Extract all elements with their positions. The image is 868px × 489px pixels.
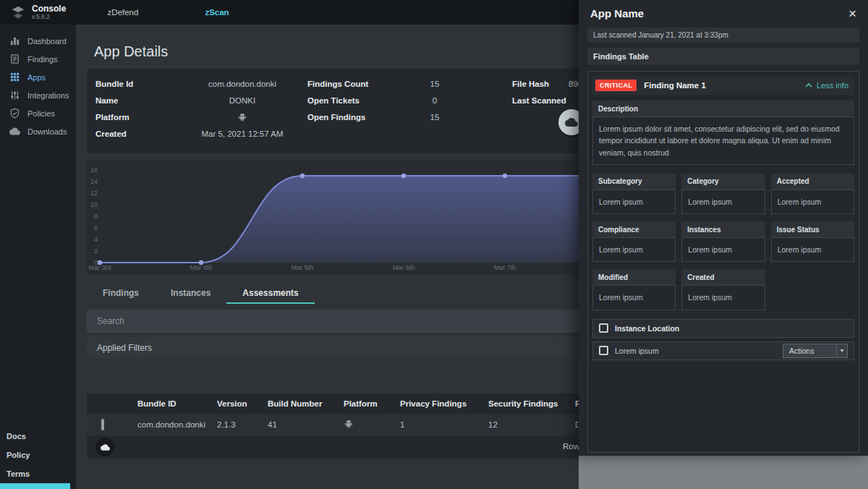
info-row-bundle-id: Bundle Id com.dondon.donki <box>95 75 311 92</box>
description-label: Description <box>592 101 854 116</box>
field-issue-status: Issue Status Lorem ipsum <box>771 221 854 262</box>
header-version: Version <box>217 399 268 408</box>
finding-name: Finding Name 1 <box>644 81 706 90</box>
sidebar-item-dashboard[interactable]: Dashboard <box>0 32 76 50</box>
header-platform: Platform <box>344 399 400 408</box>
tab-instances[interactable]: Instances <box>155 284 226 304</box>
header-bundle-id: Bundle ID <box>137 399 217 408</box>
tab-assessments[interactable]: Assessments <box>226 284 314 304</box>
android-icon <box>237 112 247 122</box>
sidebar-item-label: Apps <box>27 73 46 82</box>
field-category: Category Lorem ipsum <box>681 174 765 214</box>
footer-link-policy[interactable]: Policy <box>7 451 30 459</box>
footer-link-terms[interactable]: Terms <box>7 469 30 478</box>
export-table-button[interactable] <box>95 438 114 456</box>
instance-location-label: Instance Location <box>615 324 679 333</box>
sidebar-item-downloads[interactable]: Downloads <box>0 122 76 140</box>
drawer-header: App Name × <box>579 0 868 26</box>
field-subcategory: Subcategory Lorem ipsum <box>592 174 676 214</box>
app-detail-drawer: App Name × Last scanned January 21, 2021… <box>579 0 868 456</box>
page-background-gap <box>579 456 868 489</box>
field-accepted: Accepted Lorem ipsum <box>771 174 854 214</box>
findings-table-label: Findings Table <box>587 48 859 65</box>
caret-down-icon: ▾ <box>836 344 847 357</box>
brand: Console v.5.6.2 <box>0 4 76 20</box>
brand-version: v.5.6.2 <box>32 13 66 20</box>
info-row-created: Created Mar 5, 2021 12:57 AM <box>95 125 311 142</box>
page-title: App Details <box>94 43 168 60</box>
android-icon <box>344 419 354 429</box>
sidebar-item-policies[interactable]: Policies <box>0 104 76 122</box>
integrations-tune-icon <box>9 90 20 101</box>
cell-build-number: 41 <box>268 420 344 429</box>
finding-fields-grid: Subcategory Lorem ipsum Category Lorem i… <box>592 174 854 310</box>
sidebar-item-label: Integrations <box>27 91 69 100</box>
content-tabs: Findings Instances Assessments <box>87 284 315 304</box>
export-cloud-icon <box>101 443 110 452</box>
header-privacy-findings: Privacy Findings <box>400 399 488 408</box>
less-info-toggle[interactable]: Less info <box>805 81 851 90</box>
instance-row-label: Lorem ipsum <box>615 346 659 355</box>
instance-checkbox[interactable] <box>599 346 608 355</box>
instance-location-checkbox[interactable] <box>599 323 608 333</box>
row-checkbox[interactable] <box>101 419 104 430</box>
field-modified: Modified Lorem ipsum <box>592 269 676 310</box>
field-created: Created Lorem ipsum <box>681 269 765 310</box>
actions-dropdown[interactable]: Actions ▾ <box>783 344 848 358</box>
cloud-icon <box>9 126 20 137</box>
sidebar-item-label: Findings <box>27 55 58 64</box>
tab-zdefend[interactable]: zDefend <box>76 8 170 17</box>
info-row-findings-count: Findings Count 15 <box>307 75 481 92</box>
bar-chart-icon <box>9 35 20 46</box>
last-scanned-bar: Last scanned January 21, 2021 at 3:33pm <box>587 27 859 42</box>
description-text: Lorem ipsum dolor sit amet, consectetur … <box>592 116 854 165</box>
header-build-number: Build Number <box>268 399 344 408</box>
tab-findings[interactable]: Findings <box>87 284 155 304</box>
info-row-platform: Platform <box>95 109 311 125</box>
console-page: Console v.5.6.2 zDefend zScan Dashboard … <box>0 0 868 489</box>
cell-platform <box>344 419 400 430</box>
info-row-name: Name DONKI <box>95 92 311 109</box>
sidebar-item-integrations[interactable]: Integrations <box>0 86 76 104</box>
sidebar-item-label: Downloads <box>27 127 67 136</box>
close-icon[interactable]: × <box>848 7 856 20</box>
header-security-findings: Security Findings <box>488 399 575 408</box>
logo-icon <box>10 4 26 20</box>
sidebar: Dashboard Findings Apps Integrations <box>0 25 76 489</box>
cell-privacy-findings: 1 <box>400 420 488 429</box>
sidebar-item-label: Dashboard <box>27 37 67 46</box>
chevron-up-icon <box>805 83 812 88</box>
brand-name: Console <box>32 4 66 13</box>
drawer-title: App Name <box>590 7 644 20</box>
findings-container: CRITICAL Finding Name 1 Less info Descri… <box>587 71 859 453</box>
field-instances: Instances Lorem ipsum <box>681 221 765 262</box>
instance-row: Lorem ipsum Actions ▾ <box>592 341 854 360</box>
tab-zscan[interactable]: zScan <box>170 8 264 17</box>
cell-bundle-id: com.dondon.donki <box>137 420 217 429</box>
download-cloud-icon <box>565 116 578 129</box>
description-section: Description Lorem ipsum dolor sit amet, … <box>592 101 854 165</box>
apps-grid-icon <box>9 72 20 82</box>
finding-row[interactable]: CRITICAL Finding Name 1 Less info <box>592 76 854 95</box>
severity-badge: CRITICAL <box>595 80 637 91</box>
info-row-open-tickets: Open Tickets 0 <box>307 92 481 109</box>
cell-security-findings: 12 <box>488 420 575 429</box>
footer-link-docs[interactable]: Docs <box>7 432 26 441</box>
findings-doc-icon <box>9 54 20 64</box>
sidebar-item-label: Policies <box>27 109 55 118</box>
bottom-accent-bar <box>0 483 70 489</box>
instance-location-row: Instance Location <box>592 319 854 338</box>
sidebar-item-findings[interactable]: Findings <box>0 50 76 68</box>
field-compliance: Compliance Lorem ipsum <box>592 221 676 262</box>
shield-check-icon <box>9 108 20 119</box>
cell-version: 2.1.3 <box>217 420 268 429</box>
sidebar-item-apps[interactable]: Apps <box>0 68 76 86</box>
info-row-open-findings: Open Findings 15 <box>307 109 481 125</box>
applied-filters-label: Applied Filters <box>97 343 152 353</box>
